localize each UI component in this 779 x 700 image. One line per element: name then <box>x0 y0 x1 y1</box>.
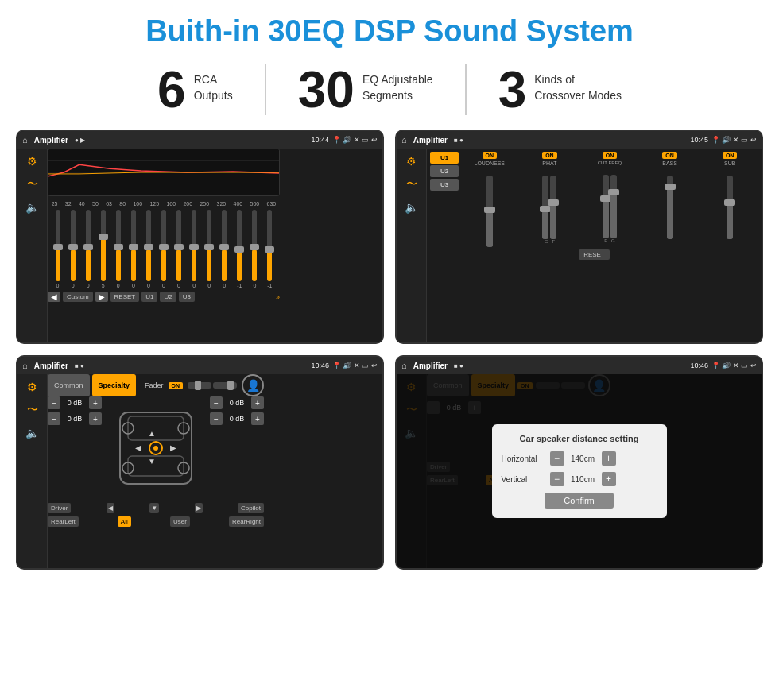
cutfreq-on[interactable]: ON <box>603 152 618 159</box>
wave-icon[interactable]: 〜 <box>27 177 38 191</box>
down-arrow-3[interactable]: ▼ <box>149 503 159 513</box>
loudness-slider[interactable] <box>486 176 493 247</box>
slider-col-7: 0 <box>141 210 155 288</box>
u3-button-1[interactable]: U3 <box>179 292 195 302</box>
cutfreq-slider-f[interactable] <box>603 175 609 238</box>
home-icon-3[interactable]: ⌂ <box>22 361 28 370</box>
u2-button-1[interactable]: U2 <box>160 292 176 302</box>
amp2-main: U1 U2 U3 ON LOUDNESS <box>427 149 762 342</box>
dialog-overlay: Car speaker distance setting Horizontal … <box>397 374 762 568</box>
sub-slider-g[interactable] <box>727 176 733 239</box>
plus-btn-4[interactable]: + <box>251 412 264 425</box>
svg-text:▼: ▼ <box>148 457 156 466</box>
bottom-buttons-3b: RearLeft All User RearRight <box>48 516 264 527</box>
slider-col-2: 0 <box>66 210 79 288</box>
speaker-diagram-wrapper: ▲ ▼ ◀ ▶ <box>108 396 203 500</box>
rearleft-btn-3[interactable]: RearLeft <box>48 516 79 527</box>
eq-icon-3[interactable]: ⚙ <box>27 381 37 393</box>
screen4-time: 10:46 <box>690 362 708 369</box>
eq-graph <box>48 149 280 196</box>
horizontal-minus[interactable]: − <box>550 451 564 466</box>
loudness-label: LOUDNESS <box>475 160 506 166</box>
next-button[interactable]: ▶ <box>95 292 108 302</box>
bass-slider[interactable] <box>667 176 673 239</box>
stat-number-crossover: 3 <box>498 64 527 115</box>
vertical-row: Vertical − 110cm + <box>502 472 657 486</box>
bass-label: BASS <box>662 160 677 166</box>
phat-label: PHAT <box>542 160 556 166</box>
copilot-btn-3[interactable]: Copilot <box>238 503 264 513</box>
left-arrow-3[interactable]: ◀ <box>107 503 114 513</box>
speaker-icon-2[interactable]: 🔈 <box>405 201 418 214</box>
home-icon-1[interactable]: ⌂ <box>22 135 28 145</box>
rearright-btn-3[interactable]: RearRight <box>229 516 264 527</box>
db-value-4: 0 dB <box>226 415 248 423</box>
slider-col-5: 0 <box>111 210 125 288</box>
eq-labels: 2532405063 80100125160200 25032040050063… <box>48 201 280 207</box>
u2-preset[interactable]: U2 <box>430 165 459 177</box>
eq-mode-icon[interactable]: ⚙ <box>27 155 37 168</box>
stat-text-crossover: Kinds ofCrossover Modes <box>534 64 622 103</box>
phat-on[interactable]: ON <box>542 152 557 159</box>
bottom-buttons-3: Driver ◀ ▼ ▶ Copilot <box>48 503 264 513</box>
minus-btn-3[interactable]: − <box>210 396 223 409</box>
home-icon-4[interactable]: ⌂ <box>401 361 407 370</box>
phat-slider-f[interactable] <box>550 176 556 239</box>
reset-button-1[interactable]: RESET <box>110 292 140 302</box>
plus-btn-3[interactable]: + <box>251 396 264 409</box>
plus-btn-2[interactable]: + <box>89 412 102 425</box>
wave-icon-3[interactable]: 〜 <box>27 403 38 417</box>
vertical-label: Vertical <box>502 475 545 484</box>
minus-btn-4[interactable]: − <box>210 412 223 425</box>
eq-icon-2[interactable]: ⚙ <box>406 155 417 168</box>
sub-on[interactable]: ON <box>723 152 738 159</box>
all-btn-3[interactable]: All <box>118 516 131 527</box>
stat-number-rca: 6 <box>157 64 186 115</box>
status-bar-3: ⌂ Amplifier ■ ● 10:46 📍 🔊 ✕ ▭ ↩ <box>17 357 382 374</box>
minus-btn-1[interactable]: − <box>48 396 60 409</box>
driver-btn-3[interactable]: Driver <box>48 503 71 513</box>
u1-preset[interactable]: U1 <box>430 152 459 164</box>
reset-button-2[interactable]: RESET <box>579 249 610 260</box>
u1-button-1[interactable]: U1 <box>141 292 157 302</box>
specialty-tab-3[interactable]: Specialty <box>92 374 137 396</box>
fader-h-sliders <box>188 382 237 389</box>
plus-btn-1[interactable]: + <box>89 396 102 409</box>
vertical-plus[interactable]: + <box>602 472 616 486</box>
user-btn-3[interactable]: User <box>170 516 190 527</box>
db-value-2: 0 dB <box>64 415 86 423</box>
u3-preset[interactable]: U3 <box>430 179 459 191</box>
slider-col-11: 0 <box>203 210 216 288</box>
status-bar-4: ⌂ Amplifier ■ ● 10:46 📍 🔊 ✕ ▭ ↩ <box>397 357 762 374</box>
common-tab-3[interactable]: Common <box>48 374 90 396</box>
avatar-icon-3[interactable]: 👤 <box>242 374 264 396</box>
stat-item-crossover: 3 Kinds ofCrossover Modes <box>467 64 653 115</box>
stat-item-rca: 6 RCAOutputs <box>126 64 266 115</box>
screen2-content: ⚙ 〜 🔈 U1 U2 U3 ON LOUDNESS <box>397 149 762 342</box>
fader-on-btn[interactable]: ON <box>169 382 184 389</box>
wave-icon-2[interactable]: 〜 <box>406 177 417 191</box>
speaker-icon-3[interactable]: 🔈 <box>25 427 39 439</box>
right-arrow-3[interactable]: ▶ <box>195 503 203 513</box>
cutfreq-slider-g[interactable] <box>610 175 617 238</box>
slider-col-1: 0 <box>51 210 64 288</box>
vertical-minus[interactable]: − <box>550 472 564 486</box>
home-icon-2[interactable]: ⌂ <box>401 135 407 145</box>
status-icons-1: 📍 🔊 ✕ ▭ ↩ <box>332 136 378 144</box>
screens-grid: ⌂ Amplifier ● ▶ 10:44 📍 🔊 ✕ ▭ ↩ ⚙ 〜 🔈 <box>0 126 779 578</box>
horizontal-value: 140cm <box>569 454 597 463</box>
speaker-icon[interactable]: 🔈 <box>25 201 39 214</box>
minus-btn-2[interactable]: − <box>48 412 60 425</box>
custom-button[interactable]: Custom <box>63 292 93 302</box>
confirm-button[interactable]: Confirm <box>545 493 614 509</box>
db-row-1: − 0 dB + <box>48 396 102 409</box>
loudness-on[interactable]: ON <box>483 152 498 159</box>
screen2-title: Amplifier <box>413 136 448 145</box>
cutfreq-channel: ON CUT FREQ <box>581 152 638 247</box>
horizontal-label: Horizontal <box>502 454 545 463</box>
vertical-value: 110cm <box>569 475 597 484</box>
bass-on[interactable]: ON <box>662 152 677 159</box>
prev-button[interactable]: ◀ <box>48 292 60 302</box>
phat-slider-g[interactable] <box>542 176 548 239</box>
horizontal-plus[interactable]: + <box>602 451 616 466</box>
